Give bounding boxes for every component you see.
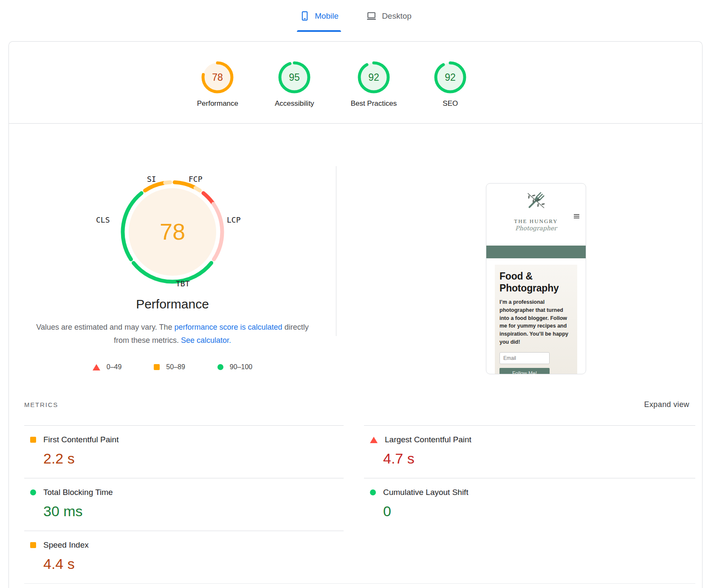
metric-status-circle-icon: [30, 489, 36, 495]
category-gauge-arc: 95: [277, 60, 311, 94]
tab-desktop[interactable]: Desktop: [363, 6, 414, 32]
tab-mobile[interactable]: Mobile: [297, 6, 341, 32]
metric-first-contentful-paint: First Contentful Paint 2.2 s: [24, 425, 344, 478]
lighthouse-report-card: 78 Performance 95 Accessibility 92 Best …: [8, 41, 703, 588]
legend-range: 50–89: [166, 363, 185, 371]
score-disclaimer: Values are estimated and may vary. The p…: [34, 321, 310, 347]
see-calculator-link[interactable]: See calculator.: [181, 336, 231, 345]
metric-header: Cumulative Layout Shift: [364, 488, 695, 497]
metric-value: 30 ms: [43, 503, 344, 520]
disclaimer-text: Values are estimated and may vary. The: [36, 323, 174, 331]
svg-text:95: 95: [289, 72, 300, 83]
legend-range: 0–49: [107, 363, 122, 371]
thumbnail-hero-section: Food & Photography I’m a professional ph…: [495, 265, 577, 374]
score-legend: 0–49 50–89 90–100: [9, 363, 336, 371]
legend-item-square: 50–89: [154, 363, 185, 371]
metrics-grid: First Contentful Paint 2.2 s Largest Con…: [9, 425, 702, 583]
legend-item-circle: 90–100: [217, 363, 252, 371]
metric-status-triangle-icon: [370, 437, 378, 443]
metric-header: Largest Contentful Paint: [364, 435, 695, 444]
category-accessibility[interactable]: 95 Accessibility: [275, 60, 314, 108]
tab-mobile-label: Mobile: [315, 11, 339, 21]
desktop-icon: [366, 11, 377, 21]
thumbnail-heading: Food & Photography: [499, 270, 570, 294]
smartphone-icon: [299, 11, 310, 21]
thumbnail-header: THE HUNGRY Photographer: [486, 184, 586, 246]
metrics-header: METRICS Expand view: [9, 400, 702, 409]
gauge-label-lcp: LCP: [227, 215, 241, 224]
active-tab-underline: [297, 30, 341, 32]
metric-name: Total Blocking Time: [43, 488, 113, 497]
metric-name: Speed Index: [43, 540, 89, 550]
thumbnail-follow-button: Follow Me!: [499, 368, 550, 374]
metric-speed-index: Speed Index 4.4 s: [24, 531, 344, 583]
gauge-label-cls: CLS: [96, 215, 110, 224]
gauge-label-fcp: FCP: [189, 175, 203, 184]
metric-value: 0: [383, 503, 695, 520]
metric-cumulative-layout-shift: Cumulative Layout Shift 0: [364, 478, 695, 531]
category-label: SEO: [443, 99, 458, 108]
category-label: Best Practices: [351, 99, 397, 108]
metric-status-square-icon: [30, 437, 36, 443]
performance-gauge-panel: 78 SI FCP LCP CLS TBT Performance Values…: [9, 124, 336, 374]
svg-text:92: 92: [445, 72, 456, 83]
device-tabs: Mobile Desktop: [0, 0, 711, 32]
svg-text:92: 92: [368, 72, 379, 83]
metric-status-circle-icon: [370, 489, 376, 495]
thumbnail-intro-text: I’m a professional photographer that tur…: [499, 298, 573, 346]
category-seo[interactable]: 92 SEO: [433, 60, 467, 108]
legend-triangle-icon: [93, 364, 100, 370]
svg-text:78: 78: [160, 219, 185, 244]
metric-header: First Contentful Paint: [24, 435, 344, 444]
fork-herb-logo-icon: [522, 188, 550, 218]
category-gauge-arc: 78: [200, 60, 234, 94]
svg-text:78: 78: [212, 72, 223, 83]
category-best-practices[interactable]: 92 Best Practices: [351, 60, 397, 108]
legend-range: 90–100: [230, 363, 252, 371]
page-screenshot-thumbnail: THE HUNGRY Photographer Food & Photograp…: [486, 183, 586, 374]
category-performance[interactable]: 78 Performance: [197, 60, 238, 108]
metric-name: Cumulative Layout Shift: [383, 488, 468, 497]
metric-total-blocking-time: Total Blocking Time 30 ms: [24, 478, 344, 531]
gauge-label-tbt: TBT: [176, 279, 190, 288]
metric-value: 2.2 s: [43, 450, 344, 467]
performance-gauge-arc: 78: [117, 177, 228, 287]
metric-status-square-icon: [30, 542, 36, 548]
metrics-section-title: METRICS: [24, 401, 58, 408]
category-gauge-arc: 92: [433, 60, 467, 94]
performance-overview: 78 SI FCP LCP CLS TBT Performance Values…: [9, 124, 702, 374]
thumbnail-brand-script: Photographer: [486, 225, 586, 232]
metric-header: Total Blocking Time: [24, 488, 344, 497]
hamburger-menu-icon: [574, 214, 579, 219]
expand-view-button[interactable]: Expand view: [644, 400, 689, 409]
metric-name: Largest Contentful Paint: [385, 435, 471, 444]
thumbnail-brand-name: THE HUNGRY: [486, 218, 586, 225]
category-scores-row: 78 Performance 95 Accessibility 92 Best …: [9, 42, 702, 123]
legend-circle-icon: [217, 364, 223, 370]
metric-largest-contentful-paint: Largest Contentful Paint 4.7 s: [364, 425, 695, 478]
thumbnail-teal-band: [486, 246, 586, 258]
performance-gauge: 78 SI FCP LCP CLS TBT: [79, 166, 266, 295]
category-label: Accessibility: [275, 99, 314, 108]
metrics-bottom-divider: [24, 583, 695, 584]
metric-value: 4.7 s: [383, 450, 695, 467]
metric-name: First Contentful Paint: [43, 435, 118, 444]
legend-square-icon: [154, 364, 160, 370]
gauge-label-si: SI: [147, 175, 156, 184]
screenshot-panel: THE HUNGRY Photographer Food & Photograp…: [336, 124, 702, 374]
category-gauge-arc: 92: [357, 60, 391, 94]
score-calc-link[interactable]: performance score is calculated: [175, 323, 282, 331]
performance-title: Performance: [9, 297, 336, 311]
category-label: Performance: [197, 99, 238, 108]
tab-desktop-label: Desktop: [382, 11, 412, 21]
metric-value: 4.4 s: [43, 556, 344, 572]
metric-header: Speed Index: [24, 540, 344, 550]
legend-item-triangle: 0–49: [93, 363, 122, 371]
thumbnail-email-input: [499, 352, 550, 364]
